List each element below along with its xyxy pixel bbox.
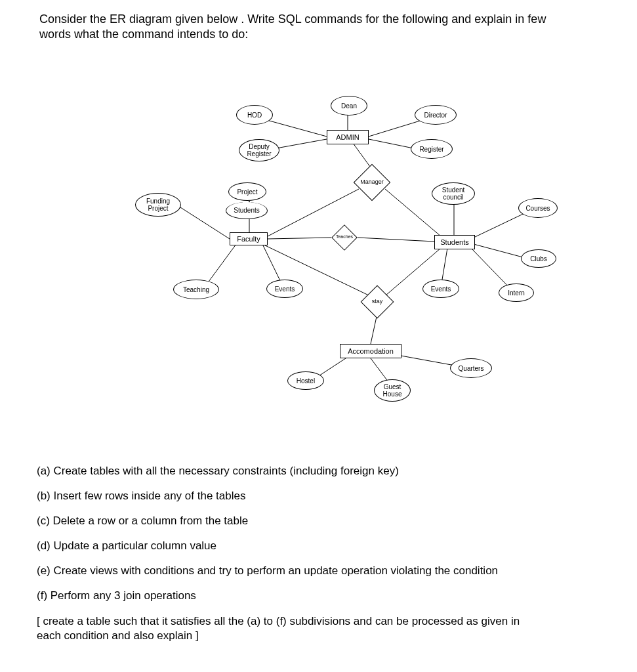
svg-line-13 [268, 238, 331, 239]
attr-project-students: Students [226, 202, 268, 219]
question-a: (a) Create tables with all the necessary… [37, 465, 614, 478]
er-diagram: ADMIN Faculty Students Accomodation Mana… [0, 0, 637, 433]
svg-line-5 [353, 143, 372, 169]
attr-deputy-register: Deputy Register [239, 139, 279, 161]
question-f: (f) Perform any 3 join operations [37, 589, 614, 602]
questions-list: (a) Create tables with all the necessary… [37, 453, 614, 643]
question-c: (c) Delete a row or a column from the ta… [37, 514, 614, 528]
attr-teaching: Teaching [173, 280, 219, 299]
attr-guest-house: Guest House [374, 379, 411, 402]
attr-hostel: Hostel [287, 371, 324, 390]
question-note: [ create a table such that it satisfies … [37, 614, 614, 643]
attr-quarters: Quarters [450, 358, 492, 378]
attr-intern: Intern [499, 284, 534, 302]
entity-admin: ADMIN [327, 130, 369, 144]
attr-events-students: Events [422, 280, 459, 298]
attr-events-faculty: Events [266, 280, 303, 298]
entity-students: Students [434, 235, 475, 249]
attr-student-council: Student council [432, 182, 475, 205]
svg-line-0 [260, 118, 327, 136]
question-b: (b) Insert few rows inside any of the ta… [37, 490, 614, 503]
attr-hod: HOD [236, 105, 273, 125]
attr-courses: Courses [518, 198, 558, 218]
attr-director: Director [415, 105, 457, 125]
entity-accomodation: Accomodation [340, 344, 401, 358]
attr-clubs: Clubs [521, 249, 556, 268]
attr-project: Project [228, 182, 266, 201]
svg-line-14 [358, 238, 434, 242]
question-d: (d) Update a particular column value [37, 539, 614, 553]
svg-line-10 [180, 207, 230, 239]
question-e: (e) Create views with conditions and try… [37, 564, 614, 578]
entity-faculty: Faculty [230, 232, 268, 245]
attr-register: Register [411, 139, 453, 159]
attr-dean: Dean [331, 96, 367, 116]
attr-funding-project: Funding Project [135, 193, 181, 217]
